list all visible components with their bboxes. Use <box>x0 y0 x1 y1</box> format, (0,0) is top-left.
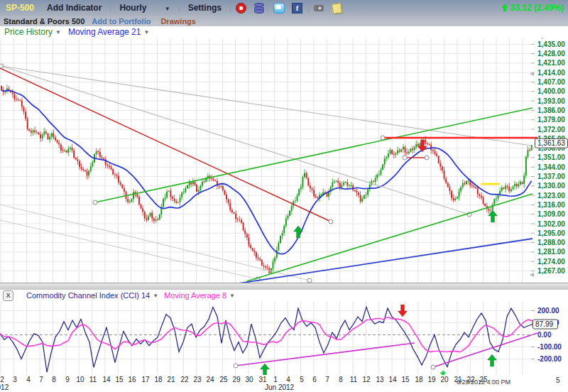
candle-body <box>53 134 54 138</box>
candle-body <box>304 173 305 178</box>
candle-body <box>148 217 149 220</box>
interval-dropdown[interactable]: Hourly ▼ <box>119 3 170 13</box>
candle-body <box>332 183 333 187</box>
cci-chart[interactable]: *200.00100.000.00-100.00-200.0087.99 <box>0 301 568 375</box>
candle-body <box>400 149 402 151</box>
add-to-portfolio-link[interactable]: Add to Portfolio <box>92 17 151 26</box>
candle-body <box>213 179 214 180</box>
cci-tick-label: -100.00 <box>537 343 562 351</box>
candle-body <box>479 195 480 196</box>
candle-body <box>307 178 309 186</box>
candle-body <box>488 209 489 210</box>
drawings-link[interactable]: Drawings <box>160 17 196 26</box>
candle-body <box>127 199 129 202</box>
candle-body <box>371 181 372 185</box>
candle-body <box>224 190 225 195</box>
chevron-down-icon[interactable]: ▼ <box>143 29 149 36</box>
ma21-dropdown[interactable]: Moving Average 21 <box>68 27 141 37</box>
candle-body <box>531 146 532 151</box>
candle-body <box>226 195 227 200</box>
close-cci-button[interactable]: X <box>3 290 13 301</box>
chevron-down-icon: ▼ <box>165 6 170 12</box>
candle-body <box>180 197 181 202</box>
price-tick-label: 1,330.00 <box>537 182 565 190</box>
candle-body <box>25 111 26 119</box>
cci-value: 87.99 <box>535 320 553 328</box>
candle-body <box>425 140 426 143</box>
facebook-icon[interactable]: f <box>292 2 303 13</box>
cci-trendline <box>236 343 415 366</box>
candle-body <box>415 144 417 147</box>
candle-body <box>204 182 205 183</box>
cci-line <box>0 307 532 372</box>
chevron-down-icon[interactable]: ▼ <box>153 293 158 299</box>
candle-body <box>1 86 2 90</box>
candle-body <box>408 152 410 153</box>
candle-body <box>64 151 65 151</box>
candle-body <box>40 134 41 138</box>
candle-body <box>384 158 386 164</box>
candle-body <box>121 185 123 188</box>
candle-body <box>525 157 527 175</box>
drawing-handle <box>93 200 97 205</box>
candle-body <box>459 191 460 197</box>
month-label: Jun 2012 <box>265 383 303 391</box>
ma8-dropdown[interactable]: Moving Average 8 <box>164 291 226 300</box>
candle-body <box>373 181 374 182</box>
candle-body <box>529 150 530 151</box>
candle-body <box>81 167 82 168</box>
chevron-down-icon[interactable]: ▼ <box>55 29 61 36</box>
candle-body <box>483 197 484 203</box>
up-arrow-icon <box>502 4 508 12</box>
candle-body <box>70 148 71 149</box>
candle-body <box>138 197 140 205</box>
camera-icon[interactable] <box>314 2 325 13</box>
price-tick-label: 1,386.00 <box>537 107 565 114</box>
candle-body <box>183 192 185 193</box>
note-icon[interactable] <box>332 2 344 13</box>
candle-body <box>244 231 246 234</box>
candle-body <box>356 191 357 192</box>
candle-body <box>181 192 182 197</box>
candle-body <box>267 268 268 268</box>
price-chart[interactable]: 1,442.001,435.001,428.001,421.001,414.00… <box>0 28 568 283</box>
candle-body <box>376 175 378 178</box>
price-tick-label: 1,316.00 <box>537 201 565 209</box>
candle-body <box>382 165 383 170</box>
candle-body <box>157 219 158 220</box>
candle-body <box>252 248 253 251</box>
settings-button[interactable]: Settings <box>188 3 222 13</box>
candle-body <box>297 195 298 200</box>
candle-body <box>466 181 467 184</box>
candle-body <box>13 94 15 99</box>
price-tick-label: 1,407.00 <box>537 78 565 86</box>
candle-body <box>253 251 255 252</box>
last-price-value: 1,361.63 <box>537 139 565 147</box>
price-history-dropdown[interactable]: Price History <box>4 27 53 37</box>
candle-body <box>111 168 112 169</box>
alarm-icon[interactable] <box>236 2 247 13</box>
candle-body <box>336 181 337 182</box>
cci-dropdown[interactable]: Commodity Channel Index (CCI) 14 <box>26 291 150 300</box>
candle-body <box>97 151 99 152</box>
twitter-icon[interactable] <box>273 2 285 13</box>
candle-body <box>36 132 38 133</box>
candle-body <box>337 181 339 183</box>
candle-body <box>315 196 317 197</box>
price-tick-label: 1,281.00 <box>537 248 565 256</box>
asterisk-marker: * <box>440 368 446 375</box>
chevron-down-icon[interactable]: ▼ <box>229 293 235 299</box>
candle-body <box>280 236 281 243</box>
candle-body <box>393 154 395 155</box>
candle-body <box>516 184 518 186</box>
candle-body <box>23 107 24 111</box>
add-indicator-button[interactable]: Add Indicator <box>47 3 102 13</box>
candle-body <box>258 258 259 259</box>
candle-body <box>460 187 462 192</box>
candle-body <box>248 237 250 245</box>
candle-body <box>457 197 458 198</box>
candle-body <box>222 186 224 190</box>
database-icon[interactable] <box>254 4 263 13</box>
candle-body <box>99 152 101 157</box>
symbol-label[interactable]: SP-500 <box>6 3 34 13</box>
